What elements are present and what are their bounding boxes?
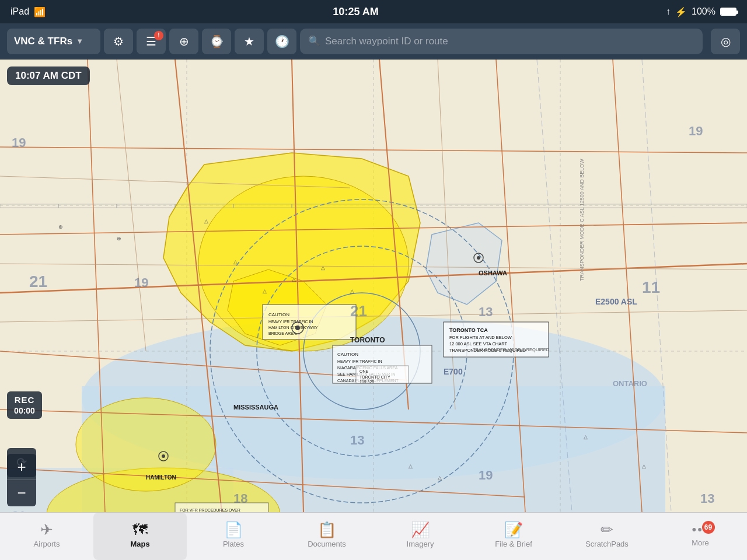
- maps-icon: 🗺: [132, 522, 148, 537]
- zoom-out-button[interactable]: −: [7, 480, 36, 506]
- svg-text:OSHAWA: OSHAWA: [479, 270, 507, 276]
- carrier-label: iPad: [11, 6, 29, 17]
- imagery-label: Imagery: [407, 540, 434, 548]
- svg-text:21: 21: [12, 509, 26, 512]
- filebrief-label: File & Brief: [495, 540, 532, 548]
- airports-icon: ✈: [40, 522, 53, 537]
- plates-icon: 📄: [224, 522, 243, 537]
- svg-text:HAMILTON CITY/SKYWAY: HAMILTON CITY/SKYWAY: [268, 326, 318, 330]
- svg-text:TORONTO: TORONTO: [350, 336, 385, 344]
- tab-airports[interactable]: ✈ Airports: [0, 513, 93, 560]
- imagery-icon: 📈: [411, 522, 430, 537]
- time-overlay: 10:07 AM CDT: [7, 66, 90, 85]
- timer-button[interactable]: ⌚: [202, 29, 231, 54]
- svg-text:△: △: [584, 434, 588, 440]
- favorites-button[interactable]: ★: [235, 29, 264, 54]
- clock-icon: 🕐: [275, 34, 289, 48]
- svg-text:TRANSPONDER MODE C REQUIRED: TRANSPONDER MODE C REQUIRED: [473, 347, 550, 352]
- svg-text:13: 13: [700, 491, 714, 506]
- rec-overlay: REC 00:00: [7, 391, 42, 419]
- svg-point-75: [162, 454, 165, 458]
- tab-filebrief[interactable]: 📝 File & Brief: [467, 513, 560, 560]
- rec-time: 00:00: [13, 406, 36, 415]
- airports-label: Airports: [34, 540, 60, 548]
- svg-text:21: 21: [350, 302, 367, 320]
- tab-more[interactable]: ••• 69 More: [654, 513, 747, 560]
- svg-text:△: △: [438, 475, 442, 481]
- svg-text:△: △: [292, 276, 296, 282]
- aeronautical-chart: CAUTION HEAVY IFR TRAFFIC IN HAMILTON CI…: [0, 60, 747, 512]
- svg-text:19: 19: [134, 275, 148, 290]
- timer-icon: ⌚: [210, 34, 224, 48]
- svg-text:12 000 ASL SEE VTA CHART: 12 000 ASL SEE VTA CHART: [449, 341, 507, 346]
- svg-point-77: [477, 256, 480, 260]
- map-time: 10:07 AM CDT: [15, 70, 82, 81]
- plus-icon: +: [17, 458, 26, 476]
- rec-label: REC: [13, 395, 36, 405]
- map-type-button[interactable]: VNC & TFRs ▼: [7, 29, 100, 54]
- svg-text:119.525: 119.525: [359, 380, 374, 384]
- map-type-label: VNC & TFRs: [14, 36, 72, 47]
- search-bar[interactable]: 🔍 Search waypoint ID or route: [300, 29, 703, 54]
- toolbar-right: ◎: [711, 29, 740, 54]
- documents-label: Documents: [308, 540, 346, 548]
- svg-text:CAUTION: CAUTION: [268, 312, 289, 317]
- filebrief-icon: 📝: [504, 522, 523, 537]
- search-placeholder: Search waypoint ID or route: [325, 36, 448, 47]
- scratchpads-icon: ✏: [601, 522, 613, 537]
- svg-text:11: 11: [642, 278, 660, 296]
- wifi-icon: 📶: [34, 6, 46, 18]
- svg-text:CAUTION: CAUTION: [337, 352, 358, 357]
- star-icon: ★: [244, 34, 254, 48]
- tab-scratchpads[interactable]: ✏ ScratchPads: [560, 513, 654, 560]
- svg-text:HAMILTON: HAMILTON: [146, 474, 176, 481]
- location-button[interactable]: ◎: [711, 29, 740, 54]
- svg-text:TORONTO TCA: TORONTO TCA: [449, 327, 488, 333]
- status-bar: iPad 📶 10:25 AM ↑ ⚡ 100%: [0, 0, 747, 23]
- svg-text:ONTARIO: ONTARIO: [613, 379, 647, 388]
- top-toolbar: VNC & TFRs ▼ ⚙ ☰ ! ⊕ ⌚ ★ 🕐 🔍 Search wayp…: [0, 23, 747, 60]
- bluetooth-icon: ⚡: [675, 6, 687, 18]
- svg-text:△: △: [263, 288, 267, 294]
- tab-documents[interactable]: 📋 Documents: [280, 513, 374, 560]
- tab-maps[interactable]: 🗺 Maps: [93, 513, 187, 560]
- notification-badge: !: [154, 31, 163, 40]
- svg-text:⊗: ⊗: [117, 236, 121, 242]
- svg-text:△: △: [204, 218, 208, 224]
- svg-text:E2500 ASL: E2500 ASL: [595, 297, 637, 306]
- gear-icon: ⚙: [113, 34, 124, 48]
- svg-text:19: 19: [689, 124, 703, 138]
- svg-text:TRANSPONDER MODE C ASL 12500 A: TRANSPONDER MODE C ASL 12500 AND BELOW: [579, 159, 585, 281]
- svg-text:TORONTO CITY: TORONTO CITY: [359, 375, 390, 379]
- svg-text:FOR FLIGHTS AT AND BELOW: FOR FLIGHTS AT AND BELOW: [449, 335, 512, 340]
- plates-label: Plates: [223, 540, 244, 548]
- search-icon: 🔍: [308, 35, 320, 47]
- svg-text:△: △: [350, 288, 354, 294]
- globe-icon: ⊕: [179, 34, 189, 48]
- svg-text:E700: E700: [444, 367, 463, 376]
- settings-button[interactable]: ⚙: [104, 29, 133, 54]
- tab-imagery[interactable]: 📈 Imagery: [374, 513, 467, 560]
- svg-text:19: 19: [12, 135, 26, 150]
- status-left: iPad 📶: [11, 6, 46, 18]
- svg-text:⊗: ⊗: [58, 224, 63, 230]
- zoom-controls: + −: [7, 454, 36, 506]
- svg-point-73: [295, 326, 300, 330]
- map-area[interactable]: CAUTION HEAVY IFR TRAFFIC IN HAMILTON CI…: [0, 60, 747, 512]
- tab-plates[interactable]: 📄 Plates: [187, 513, 280, 560]
- svg-text:△: △: [409, 463, 413, 469]
- svg-text:21: 21: [29, 272, 47, 290]
- svg-text:13: 13: [479, 304, 493, 319]
- chevron-down-icon: ▼: [76, 37, 83, 46]
- svg-text:ONE: ONE: [359, 369, 369, 373]
- location-arrow-icon: ↑: [666, 6, 671, 17]
- globe-button[interactable]: ⊕: [169, 29, 198, 54]
- zoom-in-button[interactable]: +: [7, 454, 36, 480]
- scratchpads-label: ScratchPads: [585, 540, 629, 548]
- bottom-tab-bar: ✈ Airports 🗺 Maps 📄 Plates 📋 Documents 📈…: [0, 512, 747, 560]
- layers-button[interactable]: ☰ !: [137, 29, 166, 54]
- battery-percent: 100%: [692, 6, 715, 17]
- svg-text:△: △: [321, 265, 325, 271]
- svg-text:MISSISSAUGA: MISSISSAUGA: [233, 404, 278, 411]
- recents-button[interactable]: 🕐: [267, 29, 296, 54]
